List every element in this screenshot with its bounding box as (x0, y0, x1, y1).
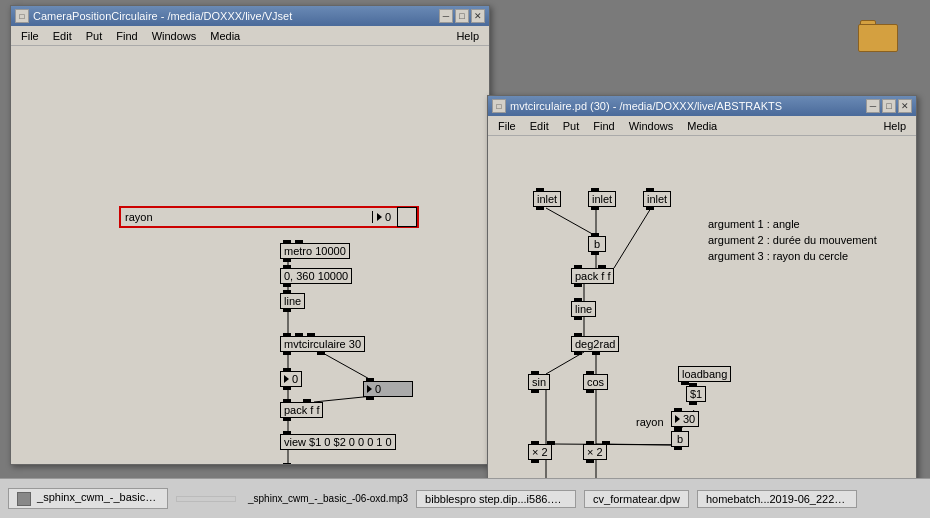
rayon-input-box[interactable]: rayon 0 (119, 206, 419, 228)
sin-inlet (531, 371, 539, 375)
taskbar-item-3[interactable]: cv_formatear.dpw (584, 490, 689, 508)
metro-inlet-2 (295, 240, 303, 244)
taskbar-item-2[interactable]: bibblespro step.dip...i586.deb (416, 490, 576, 508)
menu2-edit[interactable]: Edit (524, 119, 555, 133)
titlebar-left: □ CameraPositionCirculaire - /media/DOXX… (15, 9, 292, 23)
menu-media[interactable]: Media (204, 29, 246, 43)
cos-label: cos (587, 376, 604, 388)
inlet3-in (646, 188, 654, 192)
dollar1-outlet (689, 401, 697, 405)
b2-inlet (674, 428, 682, 432)
svg-line-19 (554, 444, 681, 445)
inlet3-object[interactable]: inlet (643, 191, 671, 207)
deg2rad-inlet (574, 333, 582, 337)
mul2-label: × 2 (587, 446, 603, 458)
sin-object[interactable]: sin (528, 374, 550, 390)
mul1-object[interactable]: × 2 (528, 444, 552, 460)
menu-find[interactable]: Find (110, 29, 143, 43)
desktop-folder-icon[interactable] (846, 20, 910, 52)
connections-svg (11, 46, 489, 464)
mvtcirc-object[interactable]: mvtcirculaire 30 (280, 336, 365, 352)
window-icon-2: □ (492, 99, 506, 113)
number-object-2[interactable]: 0 (363, 381, 413, 397)
mvtcirc-inlet-2 (295, 333, 303, 337)
inlet2-object[interactable]: inlet (588, 191, 616, 207)
taskbar-label-4: homebatch...2019-06_2223_fichiers (706, 493, 857, 505)
seq-outlet (283, 283, 291, 287)
menu-put[interactable]: Put (80, 29, 109, 43)
pack-inlet-2 (303, 399, 311, 403)
metro-inlet-1 (283, 240, 291, 244)
close-button[interactable]: ✕ (471, 9, 485, 23)
number-object-1[interactable]: 0 (280, 371, 302, 387)
mul2-outlet (586, 459, 594, 463)
annotation-2: argument 2 : durée du mouvement (708, 232, 877, 248)
menu2-windows[interactable]: Windows (623, 119, 680, 133)
line2-object[interactable]: line (571, 301, 596, 317)
metro-object[interactable]: metro 10000 (280, 243, 350, 259)
line-object[interactable]: line (280, 293, 305, 309)
mul1-label: × 2 (532, 446, 548, 458)
num1-outlet (283, 386, 291, 390)
window-title: CameraPositionCirculaire - /media/DOXXX/… (33, 10, 292, 22)
minimize-button[interactable]: ─ (439, 9, 453, 23)
inlet2-out (591, 206, 599, 210)
dollar1-inlet (689, 383, 697, 387)
menu2-put[interactable]: Put (557, 119, 586, 133)
b2-label: b (677, 433, 683, 445)
menu-windows[interactable]: Windows (146, 29, 203, 43)
window-camera-position: □ CameraPositionCirculaire - /media/DOXX… (10, 5, 490, 465)
titlebar-camera[interactable]: □ CameraPositionCirculaire - /media/DOXX… (11, 6, 489, 26)
rayon-number-box[interactable]: 30 (671, 411, 699, 427)
annotations: argument 1 : angle argument 2 : durée du… (708, 216, 877, 264)
taskbar-item-0[interactable]: _sphinx_cwm_-_basic_-06-oxd.mp3 (8, 488, 168, 508)
menu2-find[interactable]: Find (587, 119, 620, 133)
line-outlet (283, 308, 291, 312)
taskbar-label-2: bibblespro step.dip...i586.deb (425, 493, 569, 505)
menu-help[interactable]: Help (450, 29, 485, 43)
menu2-help[interactable]: Help (877, 119, 912, 133)
titlebar-buttons: ─ □ ✕ (439, 9, 485, 23)
dollar1-object[interactable]: $1 (686, 386, 706, 402)
taskbar-icon-0 (17, 492, 31, 506)
menu-file[interactable]: File (15, 29, 45, 43)
inlet2-in (591, 188, 599, 192)
b-object[interactable]: b (588, 236, 606, 252)
menu-edit[interactable]: Edit (47, 29, 78, 43)
rayon-number[interactable]: 0 (372, 211, 395, 223)
rayon-label-text: rayon (121, 211, 372, 223)
inlet2-label: inlet (592, 193, 612, 205)
menubar-mvtcirc: File Edit Put Find Windows Media Help (488, 116, 916, 136)
pack-object[interactable]: pack f f (280, 402, 323, 418)
window-mvtcirc: □ mvtcirculaire.pd (30) - /media/DOXXX/l… (487, 95, 917, 505)
pack2-object[interactable]: pack f f (571, 268, 614, 284)
view-inlet (283, 431, 291, 435)
view-object[interactable]: view $1 0 $2 0 0 0 1 0 (280, 434, 396, 450)
cos-outlet (586, 389, 594, 393)
loadbang-object[interactable]: loadbang (678, 366, 731, 382)
menu2-media[interactable]: Media (681, 119, 723, 133)
rayon-toggle[interactable] (397, 207, 417, 227)
rayon-num-value: 30 (683, 413, 695, 425)
maximize-button-2[interactable]: □ (882, 99, 896, 113)
minimize-button-2[interactable]: ─ (866, 99, 880, 113)
b2-object[interactable]: b (671, 431, 689, 447)
folder-graphic (858, 20, 898, 52)
window-icon: □ (15, 9, 29, 23)
menu2-file[interactable]: File (492, 119, 522, 133)
cos-object[interactable]: cos (583, 374, 608, 390)
line-label: line (284, 295, 301, 307)
maximize-button[interactable]: □ (455, 9, 469, 23)
mul2-object[interactable]: × 2 (583, 444, 607, 460)
taskbar-item-4[interactable]: homebatch...2019-06_2223_fichiers (697, 490, 857, 508)
close-button-2[interactable]: ✕ (898, 99, 912, 113)
seq-object[interactable]: 0, 360 10000 (280, 268, 352, 284)
titlebar-mvtcirc[interactable]: □ mvtcirculaire.pd (30) - /media/DOXXX/l… (488, 96, 916, 116)
s-inlet (283, 463, 291, 464)
b2-outlet (674, 446, 682, 450)
canvas-mvtcirc: inlet inlet inlet b pack f f (488, 136, 916, 504)
deg2rad-outlet-2 (592, 351, 600, 355)
inlet1-object[interactable]: inlet (533, 191, 561, 207)
svg-line-12 (614, 208, 651, 268)
deg2rad-object[interactable]: deg2rad (571, 336, 619, 352)
